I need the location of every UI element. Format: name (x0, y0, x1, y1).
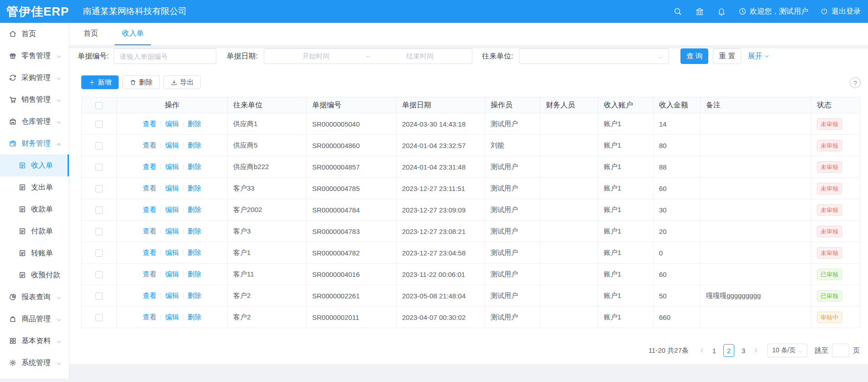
tab-income[interactable]: 收入单 (115, 23, 151, 45)
edit-link[interactable]: 编辑 (165, 184, 179, 192)
sidebar-item-home[interactable]: 首页 (0, 23, 69, 45)
col-amount: 收入金额 (654, 97, 701, 113)
view-link[interactable]: 查看 (143, 163, 157, 170)
page-size-select[interactable]: 10 条/页 (767, 344, 807, 357)
status-badge: 未审核 (817, 226, 842, 237)
sidebar-item-receipt[interactable]: 收款单 (0, 198, 69, 220)
delete-link[interactable]: 删除 (188, 163, 201, 170)
delete-link[interactable]: 删除 (188, 120, 201, 127)
row-checkbox[interactable] (95, 292, 103, 300)
help-icon[interactable]: ? (850, 77, 861, 88)
row-checkbox[interactable] (95, 271, 103, 278)
view-link[interactable]: 查看 (143, 227, 157, 235)
sidebar-item-expense[interactable]: 支出单 (0, 176, 69, 198)
delete-link[interactable]: 删除 (188, 206, 201, 213)
row-checkbox[interactable] (95, 142, 103, 149)
row-checkbox[interactable] (95, 249, 103, 257)
edit-link[interactable]: 编辑 (165, 313, 179, 321)
sidebar-item-sales[interactable]: 销售管理 (0, 89, 69, 111)
edit-link[interactable]: 编辑 (165, 206, 179, 213)
view-link[interactable]: 查看 (143, 270, 157, 278)
edit-link[interactable]: 编辑 (165, 120, 179, 127)
row-checkbox[interactable] (95, 314, 103, 321)
sidebar: 首页零售管理采购管理销售管理仓库管理财务管理收入单支出单收款单付款单转账单收预付… (0, 23, 69, 378)
edit-link[interactable]: 编辑 (165, 249, 179, 256)
delete-link[interactable]: 删除 (188, 141, 201, 149)
view-link[interactable]: 查看 (143, 292, 157, 299)
sidebar-item-income[interactable]: 收入单 (0, 154, 69, 176)
cell-remark (701, 242, 811, 264)
cell-amount: 30 (654, 199, 701, 221)
partner-select[interactable] (519, 48, 669, 64)
jump-input[interactable] (832, 344, 849, 357)
date-range-picker[interactable]: 开始时间 ~ 结束时间 (264, 48, 472, 64)
expand-link[interactable]: 展开 (748, 52, 769, 61)
sidebar-item-report[interactable]: 报表查询 (0, 286, 69, 308)
search-button[interactable]: 查 询 (680, 48, 708, 64)
sidebar-item-basic[interactable]: 基本资料 (0, 330, 69, 352)
edit-link[interactable]: 编辑 (165, 227, 179, 235)
sidebar-item-retail[interactable]: 零售管理 (0, 45, 69, 67)
doc-icon (18, 205, 26, 213)
delete-link[interactable]: 删除 (188, 270, 201, 278)
row-checkbox[interactable] (95, 228, 103, 235)
sidebar-item-purchase[interactable]: 采购管理 (0, 67, 69, 89)
topbar-actions: 欢迎您，测试用户 退出登录 (673, 6, 868, 16)
next-page-icon[interactable] (751, 344, 761, 357)
table-body: 查看编辑删除供应商1SR00000050402024-03-30 14:43:1… (82, 113, 860, 328)
view-link[interactable]: 查看 (143, 141, 157, 149)
search-icon[interactable] (673, 6, 683, 16)
add-button[interactable]: 新增 (81, 75, 119, 89)
link-separator (161, 143, 161, 148)
view-link[interactable]: 查看 (143, 184, 157, 192)
logout-button[interactable]: 退出登录 (820, 7, 861, 16)
delete-link[interactable]: 删除 (188, 292, 201, 299)
delete-link[interactable]: 删除 (188, 313, 201, 321)
cell-date: 2023-12-27 23:04:58 (397, 242, 485, 264)
link-separator (183, 250, 183, 255)
doc-icon (18, 249, 26, 257)
view-link[interactable]: 查看 (143, 249, 157, 256)
delete-link[interactable]: 删除 (188, 249, 201, 256)
sidebar-item-finance[interactable]: 财务管理 (0, 133, 69, 154)
page-number-1[interactable]: 1 (709, 344, 720, 357)
sidebar-item-goods[interactable]: 商品管理 (0, 308, 69, 330)
doc-icon (18, 161, 26, 170)
page-number-3[interactable]: 3 (738, 344, 749, 357)
view-link[interactable]: 查看 (143, 120, 157, 127)
sidebar-item-payment[interactable]: 付款单 (0, 220, 69, 242)
bill-no-label: 单据编号: (78, 52, 109, 61)
row-checkbox[interactable] (95, 207, 103, 214)
sidebar-item-system[interactable]: 系统管理 (0, 352, 69, 374)
page-number-2[interactable]: 2 (723, 344, 734, 357)
bank-icon[interactable] (695, 6, 705, 16)
cell-partner: 客户3 (228, 221, 307, 242)
sidebar-item-transfer[interactable]: 转账单 (0, 242, 69, 264)
sidebar-item-warehouse[interactable]: 仓库管理 (0, 111, 69, 133)
delete-link[interactable]: 删除 (188, 227, 201, 235)
row-checkbox[interactable] (95, 121, 103, 128)
sidebar-item-prepay[interactable]: 收预付款 (0, 264, 69, 286)
view-link[interactable]: 查看 (143, 313, 157, 321)
link-separator (161, 164, 161, 170)
delete-link[interactable]: 删除 (188, 184, 201, 192)
user-welcome[interactable]: 欢迎您，测试用户 (738, 7, 808, 16)
link-separator (183, 186, 183, 191)
export-button[interactable]: 导出 (163, 75, 201, 89)
edit-link[interactable]: 编辑 (165, 163, 179, 170)
row-checkbox[interactable] (95, 185, 103, 192)
cell-remark (701, 264, 811, 285)
link-separator (161, 207, 161, 212)
bill-no-input[interactable] (114, 48, 216, 64)
edit-link[interactable]: 编辑 (165, 141, 179, 149)
delete-button[interactable]: 删除 (122, 75, 160, 89)
edit-link[interactable]: 编辑 (165, 270, 179, 278)
view-link[interactable]: 查看 (143, 206, 157, 213)
bell-icon[interactable] (716, 6, 727, 16)
reset-button[interactable]: 重 置 (713, 48, 741, 64)
select-all-checkbox[interactable] (95, 102, 103, 109)
tab-home[interactable]: 首页 (76, 23, 105, 45)
edit-link[interactable]: 编辑 (165, 292, 179, 299)
prev-page-icon[interactable] (697, 344, 707, 357)
row-checkbox[interactable] (95, 164, 103, 171)
